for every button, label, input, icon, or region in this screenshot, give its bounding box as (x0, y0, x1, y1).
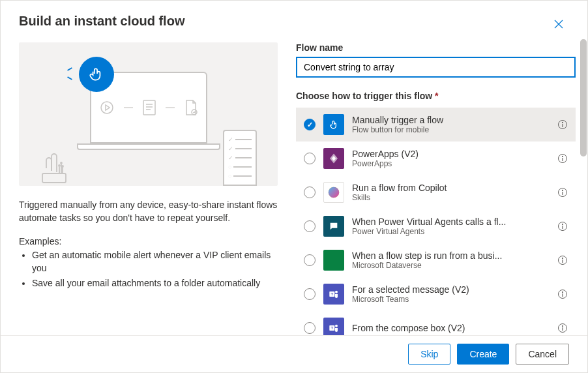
play-icon (99, 100, 115, 115)
trigger-item[interactable]: TFrom the compose box (V2) (296, 311, 576, 335)
description-text: Triggered manually from any device, easy… (19, 199, 278, 224)
trigger-connector-icon (323, 250, 344, 271)
close-button[interactable] (548, 14, 569, 35)
right-panel: Flow name Choose how to trigger this flo… (296, 42, 587, 335)
illustration: ✓ ✓ ✓ ○ ○ (19, 42, 278, 186)
svg-point-30 (562, 325, 563, 326)
radio-unchecked-icon[interactable] (304, 254, 316, 266)
svg-point-25 (562, 291, 563, 292)
svg-point-23 (335, 291, 338, 293)
svg-point-12 (329, 187, 340, 198)
svg-point-14 (562, 190, 563, 190)
trigger-text: Manually trigger a flowFlow button for m… (352, 115, 550, 134)
svg-rect-15 (332, 224, 336, 225)
info-icon[interactable] (557, 289, 568, 299)
notepad-icon: ✓ ✓ ✓ ○ ○ (223, 130, 257, 186)
trigger-subtitle: Power Virtual Agents (352, 227, 550, 236)
cancel-button[interactable]: Cancel (516, 344, 569, 365)
trigger-subtitle: Flow button for mobile (352, 125, 550, 134)
radio-unchecked-icon[interactable] (304, 220, 316, 232)
trigger-connector-icon (323, 182, 344, 203)
radio-checked-icon[interactable] (304, 119, 316, 130)
cactus-icon (40, 147, 68, 186)
flow-name-input[interactable] (296, 57, 576, 78)
trigger-text: When a flow step is run from a busi...Mi… (352, 250, 550, 270)
trigger-text: From the compose box (V2) (352, 323, 550, 333)
info-icon[interactable] (557, 153, 568, 164)
trigger-connector-icon (323, 148, 344, 169)
trigger-title: When Power Virtual Agents calls a fl... (352, 216, 550, 227)
radio-unchecked-icon[interactable] (304, 322, 316, 334)
trigger-item[interactable]: Run a flow from CopilotSkills (296, 175, 576, 209)
scrollbar-thumb[interactable] (580, 42, 587, 157)
examples-list: Get an automatic mobile alert whenever a… (19, 249, 278, 290)
svg-point-0 (101, 102, 113, 113)
skip-button[interactable]: Skip (408, 344, 450, 365)
dialog-body: ✓ ✓ ✓ ○ ○ Triggered manually from any de… (1, 42, 587, 335)
trigger-subtitle: Skills (352, 193, 550, 202)
dialog-footer: Skip Create Cancel (1, 335, 587, 372)
dialog: Build an instant cloud flow (0, 0, 588, 373)
svg-rect-16 (332, 226, 335, 226)
info-icon[interactable] (557, 323, 568, 333)
example-item: Get an automatic mobile alert whenever a… (32, 249, 278, 275)
radio-unchecked-icon[interactable] (304, 186, 316, 198)
trigger-subtitle: PowerApps (352, 159, 550, 168)
dialog-title: Build an instant cloud flow (19, 14, 184, 29)
radio-unchecked-icon[interactable] (304, 288, 316, 300)
create-button[interactable]: Create (457, 344, 509, 365)
svg-text:T: T (331, 292, 333, 296)
trigger-item[interactable]: PowerApps (V2)PowerApps (296, 142, 576, 175)
svg-point-6 (62, 166, 63, 167)
flow-name-label: Flow name (296, 42, 576, 53)
close-icon (553, 19, 564, 29)
trigger-item[interactable]: TFor a selected message (V2)Microsoft Te… (296, 277, 576, 311)
trigger-title: Run a flow from Copilot (352, 183, 550, 193)
trigger-title: When a flow step is run from a busi... (352, 250, 550, 261)
radio-unchecked-icon[interactable] (304, 153, 316, 164)
trigger-connector-icon: T (323, 318, 344, 335)
trigger-subtitle: Microsoft Dataverse (352, 261, 550, 270)
touch-icon (79, 57, 114, 92)
examples-label: Examples: (19, 236, 278, 246)
info-icon[interactable] (557, 221, 568, 231)
info-icon[interactable] (557, 187, 568, 198)
trigger-title: PowerApps (V2) (352, 149, 550, 159)
svg-point-20 (562, 258, 563, 258)
svg-rect-3 (42, 173, 66, 183)
trigger-title: For a selected message (V2) (352, 284, 550, 295)
trigger-label: Choose how to trigger this flow * (296, 91, 576, 101)
trigger-list: Manually trigger a flowFlow button for m… (296, 108, 576, 335)
svg-point-8 (562, 122, 563, 123)
trigger-item[interactable]: When Power Virtual Agents calls a fl...P… (296, 209, 576, 243)
svg-rect-1 (143, 100, 155, 115)
trigger-connector-icon: T (323, 284, 344, 305)
trigger-text: For a selected message (V2)Microsoft Tea… (352, 284, 550, 304)
svg-text:T: T (331, 326, 333, 330)
svg-point-4 (59, 165, 60, 166)
trigger-title: Manually trigger a flow (352, 115, 550, 125)
left-panel: ✓ ✓ ✓ ○ ○ Triggered manually from any de… (19, 42, 296, 335)
svg-point-28 (335, 325, 338, 327)
file-check-icon (184, 99, 198, 116)
trigger-item[interactable]: Manually trigger a flowFlow button for m… (296, 108, 576, 142)
svg-point-18 (562, 224, 563, 224)
dialog-header: Build an instant cloud flow (1, 1, 587, 42)
info-icon[interactable] (557, 255, 568, 265)
trigger-item[interactable]: When a flow step is run from a busi...Mi… (296, 243, 576, 277)
example-item: Save all your email attachments to a fol… (32, 277, 278, 290)
trigger-connector-icon (323, 114, 344, 135)
document-icon (142, 99, 156, 116)
info-icon[interactable] (557, 119, 568, 130)
trigger-text: Run a flow from CopilotSkills (352, 183, 550, 202)
trigger-connector-icon (323, 216, 344, 237)
svg-point-5 (61, 162, 62, 164)
trigger-title: From the compose box (V2) (352, 323, 550, 333)
svg-point-10 (562, 156, 563, 157)
trigger-text: When Power Virtual Agents calls a fl...P… (352, 216, 550, 236)
trigger-text: PowerApps (V2)PowerApps (352, 149, 550, 168)
trigger-subtitle: Microsoft Teams (352, 295, 550, 304)
